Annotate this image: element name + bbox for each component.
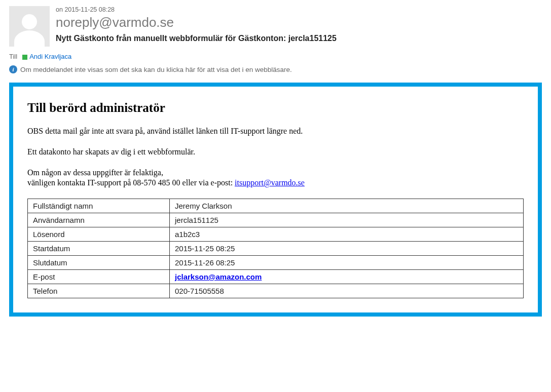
info-text: Om meddelandet inte visas som det ska ka… (20, 66, 292, 73)
email-body-frame: Till berörd administratör OBS detta mail… (9, 83, 542, 317)
email-body: Till berörd administratör OBS detta mail… (13, 87, 538, 312)
recipient-name: Andi Kravljaca (29, 53, 71, 60)
it-support-link[interactable]: itsupport@varmdo.se (235, 178, 305, 187)
table-row: Telefon020-71505558 (28, 284, 524, 298)
email-subject: Nytt Gästkonto från manuellt webbformulä… (56, 34, 542, 43)
table-value: a1b2c3 (170, 227, 524, 242)
table-row: Användarnamnjercla151125 (28, 213, 524, 227)
presence-icon (22, 55, 27, 60)
table-value: 020-71505558 (170, 284, 524, 298)
info-icon: i (9, 65, 17, 73)
table-value: 2015-11-26 08:25 (170, 256, 524, 270)
to-label: Till (9, 53, 17, 60)
email-header: on 2015-11-25 08:28 noreply@varmdo.se Ny… (9, 6, 542, 47)
table-value: jclarkson@amazon.com (170, 270, 524, 284)
table-value: jercla151125 (170, 213, 524, 227)
avatar (9, 6, 50, 47)
table-value: Jeremy Clarkson (170, 199, 524, 213)
from-address[interactable]: noreply@varmdo.se (56, 15, 542, 30)
table-row: E-postjclarkson@amazon.com (28, 270, 524, 284)
table-label: Slutdatum (28, 256, 170, 270)
table-label: E-post (28, 270, 170, 284)
body-heading: Till berörd administratör (27, 101, 524, 115)
table-row: Lösenorda1b2c3 (28, 227, 524, 242)
table-label: Startdatum (28, 242, 170, 256)
table-value-link[interactable]: jclarkson@amazon.com (175, 272, 262, 281)
info-bar[interactable]: i Om meddelandet inte visas som det ska … (9, 65, 542, 73)
table-row: Fullständigt namnJeremy Clarkson (28, 199, 524, 213)
body-wrong2-line: vänligen kontakta IT-support på 08-570 4… (27, 178, 524, 188)
email-timestamp: on 2015-11-25 08:28 (56, 6, 542, 13)
body-created: Ett datakonto har skapats av dig i ett w… (27, 147, 524, 158)
table-label: Telefon (28, 284, 170, 298)
account-table: Fullständigt namnJeremy ClarksonAnvändar… (27, 199, 524, 298)
body-wrong2-text: vänligen kontakta IT-support på 08-570 4… (27, 178, 235, 187)
header-text: on 2015-11-25 08:28 noreply@varmdo.se Ny… (56, 6, 542, 43)
body-note: OBS detta mail går inte att svara på, an… (27, 126, 524, 137)
table-label: Användarnamn (28, 213, 170, 227)
table-row: Startdatum2015-11-25 08:25 (28, 242, 524, 256)
to-row: Till Andi Kravljaca (9, 53, 542, 60)
recipient-wrap[interactable]: Andi Kravljaca (22, 53, 71, 60)
table-row: Slutdatum2015-11-26 08:25 (28, 256, 524, 270)
table-value: 2015-11-25 08:25 (170, 242, 524, 256)
body-wrong1: Om någon av dessa uppgifter är felaktiga… (27, 168, 524, 178)
table-label: Lösenord (28, 227, 170, 242)
table-label: Fullständigt namn (28, 199, 170, 213)
